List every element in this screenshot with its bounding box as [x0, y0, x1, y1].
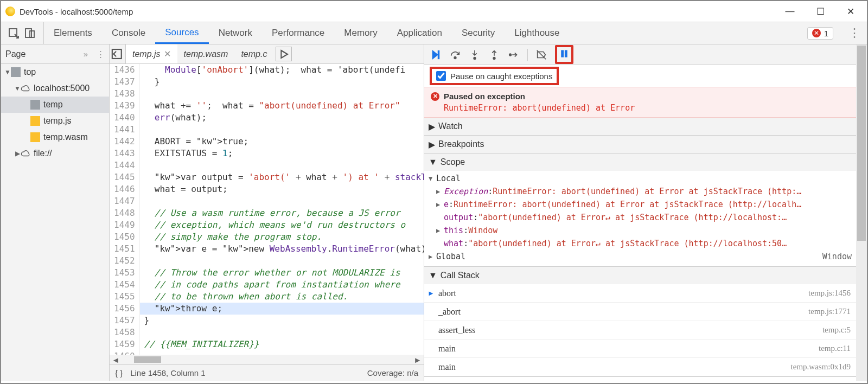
step-out-icon[interactable]: [488, 49, 500, 61]
code-line[interactable]: // Throw the error whether or not MODULA…: [140, 267, 424, 279]
step-over-icon[interactable]: [449, 49, 461, 61]
scope-global[interactable]: ▶GlobalWindow: [429, 250, 856, 263]
code-line[interactable]: // {{MEM_INITIALIZER}}: [140, 338, 424, 350]
tab-memory[interactable]: Memory: [334, 22, 387, 44]
editor-tab[interactable]: temp.js✕: [126, 44, 177, 63]
callstack-section[interactable]: ▼Call Stack: [424, 267, 856, 284]
minimize-button[interactable]: —: [778, 3, 802, 20]
svg-rect-10: [561, 50, 563, 57]
code-line[interactable]: }: [140, 76, 424, 88]
callstack-body: aborttemp.js:1456_aborttemp.js:1771asser…: [424, 284, 856, 376]
scope-local[interactable]: ▼Local: [429, 172, 856, 185]
close-tab-icon[interactable]: ✕: [164, 49, 171, 59]
svg-point-7: [474, 57, 476, 59]
tree-item[interactable]: temp.js: [1, 113, 109, 129]
tree-item[interactable]: ▼top: [1, 64, 109, 80]
cursor-position: Line 1458, Column 1: [130, 368, 205, 377]
code-line[interactable]: [140, 327, 424, 338]
code-line[interactable]: what = output;: [140, 183, 424, 195]
tree-item[interactable]: temp: [1, 97, 109, 113]
resume-icon[interactable]: [430, 49, 442, 61]
device-toggle-icon[interactable]: [24, 27, 36, 39]
deactivate-breakpoints-icon[interactable]: [535, 49, 547, 61]
code-line[interactable]: // Use a wasm runtime error, because a J…: [140, 207, 424, 219]
step-into-icon[interactable]: [469, 49, 481, 61]
callstack-frame[interactable]: aborttemp.js:1456: [424, 284, 856, 303]
scope-variable[interactable]: what: "abort(undefined) at Error↵ at jsS…: [429, 237, 856, 250]
error-icon: ✕: [812, 29, 821, 37]
code-line[interactable]: [140, 195, 424, 207]
main-toolbar: ElementsConsoleSourcesNetworkPerformance…: [1, 22, 867, 44]
code-line[interactable]: // exception, which means we'd run destr…: [140, 219, 424, 231]
scope-variable[interactable]: ▶this: Window: [429, 224, 856, 237]
close-button[interactable]: ✕: [839, 3, 863, 20]
tab-console[interactable]: Console: [102, 22, 155, 44]
error-indicator[interactable]: ✕ 1: [807, 27, 833, 40]
code-line[interactable]: [140, 255, 424, 267]
tab-elements[interactable]: Elements: [44, 22, 102, 44]
code-line[interactable]: [140, 124, 424, 136]
scope-variable[interactable]: output: "abort(undefined) at Error↵ at j…: [429, 211, 856, 224]
window-title: DevTools - localhost:5000/temp: [20, 7, 778, 16]
more-icon[interactable]: ⋮: [848, 26, 860, 40]
code-line[interactable]: "kw">throw e;: [140, 303, 424, 315]
navigator-menu-icon[interactable]: ⋮: [97, 49, 105, 59]
svg-rect-2: [30, 31, 34, 37]
scope-label: Scope: [441, 157, 465, 167]
pause-on-caught-label: Pause on caught exceptions: [450, 72, 552, 81]
tree-item[interactable]: temp.wasm: [1, 129, 109, 145]
editor-tab[interactable]: temp.wasm: [177, 44, 235, 63]
callstack-frame[interactable]: maintemp.wasm:0x1d9: [424, 358, 856, 376]
code-line[interactable]: "kw">var output = 'abort(' + what + ') a…: [140, 171, 424, 183]
code-line[interactable]: [140, 159, 424, 171]
code-line[interactable]: ABORT = "kw">true;: [140, 136, 424, 148]
code-line[interactable]: [140, 350, 424, 355]
breakpoints-label: Breakpoints: [438, 139, 484, 149]
code-line[interactable]: [140, 88, 424, 100]
editor-h-scrollbar[interactable]: ◄►: [110, 355, 424, 364]
editor-tab[interactable]: temp.c: [234, 44, 273, 63]
svg-rect-11: [565, 50, 567, 57]
navigator-more-icon[interactable]: »: [84, 49, 88, 59]
scope-variable[interactable]: ▶Exception: RuntimeError: abort(undefine…: [429, 185, 856, 198]
tree-item[interactable]: ▶file://: [1, 145, 109, 162]
tree-item[interactable]: ▼localhost:5000: [1, 80, 109, 97]
code-line[interactable]: Module['onAbort'](what); what = 'abort(u…: [140, 64, 424, 76]
tab-security[interactable]: Security: [452, 22, 505, 44]
navigator-label: Page: [5, 49, 25, 59]
pretty-print-icon[interactable]: { }: [115, 368, 123, 377]
code-line[interactable]: "kw">var e = "kw">new WebAssembly.Runtim…: [140, 243, 424, 255]
scope-section[interactable]: ▼Scope: [424, 153, 856, 171]
navigator-panel: Page » ⋮ ▼top▼localhost:5000temptemp.jst…: [1, 44, 110, 381]
breakpoints-section[interactable]: ▶Breakpoints: [424, 136, 856, 153]
code-line[interactable]: err(what);: [140, 112, 424, 124]
code-line[interactable]: what += ''; what = "abort(undefined) at …: [140, 100, 424, 112]
scope-variable[interactable]: ▶e: RuntimeError: abort(undefined) at Er…: [429, 198, 856, 211]
callstack-frame[interactable]: _aborttemp.js:1771: [424, 303, 856, 321]
title-bar: DevTools - localhost:5000/temp — ☐ ✕: [1, 1, 867, 22]
watch-section[interactable]: ▶Watch: [424, 118, 856, 135]
code-line[interactable]: // in code paths apart from instantiatio…: [140, 279, 424, 291]
code-line[interactable]: // simply make the program stop.: [140, 231, 424, 243]
tab-nav-icon[interactable]: [110, 44, 126, 63]
code-line[interactable]: EXITSTATUS = 1;: [140, 148, 424, 159]
run-snippet-icon[interactable]: [276, 47, 292, 61]
tab-performance[interactable]: Performance: [262, 22, 334, 44]
pause-on-caught-checkbox[interactable]: [436, 71, 446, 81]
debugger-scrollbar[interactable]: [856, 44, 867, 381]
tab-sources[interactable]: Sources: [155, 22, 208, 44]
step-icon[interactable]: [508, 49, 520, 61]
pause-exceptions-button[interactable]: [555, 45, 573, 64]
tab-application[interactable]: Application: [387, 22, 452, 44]
code-editor[interactable]: 1436143714381439144014411442144314441445…: [110, 64, 424, 355]
code-line[interactable]: // to be thrown when abort is called.: [140, 291, 424, 303]
exception-title: Paused on exception: [444, 92, 525, 101]
maximize-button[interactable]: ☐: [808, 3, 832, 20]
callstack-frame[interactable]: assert_lesstemp.c:5: [424, 321, 856, 340]
callstack-frame[interactable]: maintemp.c:11: [424, 340, 856, 358]
tab-network[interactable]: Network: [209, 22, 262, 44]
tab-lighthouse[interactable]: Lighthouse: [505, 22, 569, 44]
devtools-icon: [5, 7, 15, 16]
inspect-icon[interactable]: [8, 27, 20, 39]
code-line[interactable]: }: [140, 315, 424, 327]
